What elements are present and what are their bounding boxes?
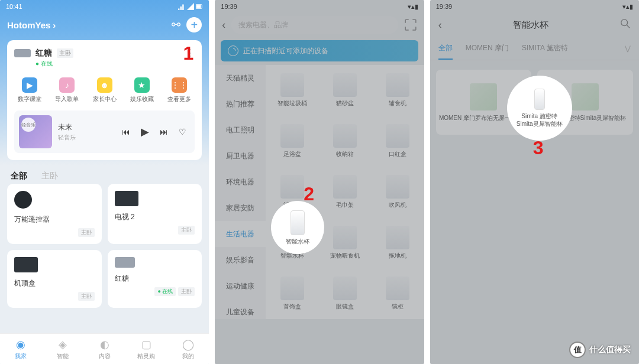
speaker-card[interactable]: 红糖 主卧 ⋮ 在线 ▶数字课堂♪导入歌单☻家长中心★娱乐收藏⋮⋮查看更多 轻音… bbox=[7, 40, 202, 160]
product-item[interactable]: 眼镜盒 bbox=[318, 268, 371, 319]
nav-item[interactable]: ▢精灵购 bbox=[125, 334, 167, 364]
product-item[interactable]: 吹风机 bbox=[372, 167, 424, 217]
device-icon bbox=[14, 191, 32, 209]
status-time: 19:39 bbox=[221, 3, 237, 10]
device-icon bbox=[115, 191, 138, 206]
home-name[interactable]: HotomYes› bbox=[7, 20, 56, 30]
category-item[interactable]: 生活电器 bbox=[215, 221, 266, 247]
app-shortcut[interactable]: ♪导入歌单 bbox=[51, 77, 82, 103]
next-icon[interactable]: ⏭ bbox=[160, 127, 168, 136]
scan-icon[interactable]: ⚯ bbox=[172, 18, 180, 31]
device-card[interactable]: 电视 2主卧 bbox=[108, 184, 202, 244]
app-shortcut[interactable]: ☻家长中心 bbox=[89, 77, 120, 103]
product-item[interactable]: 毛巾架 bbox=[318, 167, 371, 217]
speaker-status: 在线 bbox=[36, 60, 195, 68]
product-item[interactable]: 智能垃圾桶 bbox=[266, 65, 318, 116]
status-bar: 19:39 ▾▴▮ bbox=[215, 0, 424, 13]
watermark-badge-icon: 值 bbox=[569, 342, 586, 358]
category-item[interactable]: 儿童设备 bbox=[215, 299, 266, 319]
speaker-name: 红糖 bbox=[36, 48, 52, 58]
category-item[interactable]: 电工照明 bbox=[215, 117, 266, 143]
product-icon bbox=[333, 175, 357, 199]
cup-icon bbox=[534, 89, 545, 110]
radar-icon bbox=[228, 46, 238, 56]
phone2-categories: 19:39 ▾▴▮ ‹ 搜索电器、品牌 正在扫描附近可添加的设备 天猫精灵热门推… bbox=[215, 0, 424, 364]
song-name: 未来 bbox=[58, 122, 122, 132]
category-item[interactable]: 家居安防 bbox=[215, 195, 266, 221]
status-time: 10:41 bbox=[6, 3, 22, 10]
category-item[interactable]: 运动健康 bbox=[215, 273, 266, 299]
device-grid: 万能遥控器主卧电视 2主卧机顶盒主卧红糖● 在线主卧 bbox=[0, 184, 209, 308]
back-icon[interactable]: ‹ bbox=[438, 19, 442, 31]
tab-room[interactable]: 主卧 bbox=[41, 171, 58, 181]
status-icons: ▾▴▮ bbox=[408, 3, 418, 11]
search-input[interactable]: 搜索电器、品牌 bbox=[231, 16, 398, 34]
product-icon bbox=[280, 73, 304, 97]
spotlight-label: Simita 施密特Simita灵犀智能杯 bbox=[517, 112, 563, 128]
device-card[interactable]: 机顶盒主卧 bbox=[7, 250, 102, 308]
dropdown-icon[interactable]: ⋁ bbox=[625, 44, 631, 53]
svg-rect-1 bbox=[196, 5, 201, 8]
play-icon[interactable]: ▶ bbox=[141, 125, 149, 138]
app-shortcut[interactable]: ▶数字课堂 bbox=[14, 77, 45, 103]
brand-tab[interactable]: MOMEN 摩门 bbox=[466, 43, 509, 53]
product-icon bbox=[280, 175, 304, 199]
category-item[interactable]: 环境电器 bbox=[215, 169, 266, 195]
status-bar: 19:39 ▾▴▮ bbox=[430, 0, 639, 13]
brand-tab[interactable]: 全部 bbox=[438, 43, 453, 53]
app-shortcut[interactable]: ⋮⋮查看更多 bbox=[164, 77, 195, 103]
speaker-icon bbox=[14, 49, 31, 57]
app-header: HotomYes› ⚯ + bbox=[0, 13, 209, 37]
nav-item[interactable]: ◉我家 bbox=[0, 334, 42, 364]
device-card[interactable]: 万能遥控器主卧 bbox=[7, 184, 102, 244]
device-card[interactable]: 红糖● 在线主卧 bbox=[108, 250, 202, 308]
tab-all[interactable]: 全部 bbox=[11, 171, 27, 181]
product-image bbox=[572, 83, 599, 110]
back-icon[interactable]: ‹ bbox=[222, 19, 225, 31]
product-icon bbox=[386, 124, 409, 148]
chevron-right-icon: › bbox=[53, 20, 56, 30]
device-icon bbox=[115, 257, 135, 268]
product-item[interactable]: 宠物喂食机 bbox=[318, 217, 371, 268]
heart-icon[interactable]: ♡ bbox=[179, 127, 186, 136]
product-item[interactable]: 辅食机 bbox=[372, 65, 424, 116]
brand-tabs: 全部MOMEN 摩门SIMITA 施密特⋁ bbox=[430, 37, 639, 60]
nav-item[interactable]: ◐内容 bbox=[83, 334, 125, 364]
nav-item[interactable]: ◯我的 bbox=[167, 334, 209, 364]
artist-name: 轻音乐 bbox=[58, 134, 122, 142]
spotlight-smart-cup[interactable]: 智能水杯 bbox=[271, 201, 324, 254]
product-item[interactable]: 口红盒 bbox=[372, 116, 424, 167]
product-icon bbox=[333, 73, 357, 97]
music-player[interactable]: 轻音乐 未来 轻音乐 ⏮ ▶ ⏭ ♡ bbox=[14, 110, 195, 153]
product-item[interactable]: 猫砂盆 bbox=[318, 65, 371, 116]
product-icon bbox=[333, 124, 357, 148]
page-title: 智能水杯 bbox=[513, 20, 548, 31]
product-icon bbox=[386, 73, 409, 97]
scan-banner[interactable]: 正在扫描附近可添加的设备 bbox=[221, 40, 418, 61]
category-item[interactable]: 热门推荐 bbox=[215, 91, 266, 117]
product-icon bbox=[280, 277, 304, 300]
qr-scan-icon[interactable] bbox=[404, 18, 417, 31]
product-item[interactable]: 镜柜 bbox=[372, 268, 424, 319]
cup-icon bbox=[291, 210, 305, 235]
prev-icon[interactable]: ⏮ bbox=[122, 127, 130, 136]
search-header: ‹ 搜索电器、品牌 bbox=[215, 13, 424, 37]
app-shortcut[interactable]: ★娱乐收藏 bbox=[127, 77, 157, 103]
brand-tab[interactable]: SIMITA 施密特 bbox=[522, 43, 568, 53]
annotation-1: 1 bbox=[183, 43, 194, 64]
add-button[interactable]: + bbox=[186, 17, 202, 32]
category-item[interactable]: 娱乐影音 bbox=[215, 247, 266, 273]
room-tabs: 全部 主卧 bbox=[0, 164, 209, 184]
spotlight-simita[interactable]: Simita 施密特Simita灵犀智能杯 bbox=[507, 76, 572, 141]
category-item[interactable]: 天猫精灵 bbox=[215, 65, 266, 91]
nav-item[interactable]: ◈智能 bbox=[42, 334, 84, 364]
product-item[interactable]: 足浴盆 bbox=[266, 116, 318, 167]
product-item[interactable]: 首饰盒 bbox=[266, 268, 318, 319]
category-item[interactable]: 厨卫电器 bbox=[215, 143, 266, 169]
search-icon[interactable] bbox=[620, 18, 631, 31]
product-icon bbox=[386, 175, 409, 199]
product-item[interactable]: 收纳箱 bbox=[318, 116, 371, 167]
watermark: 值 什么值得买 bbox=[569, 342, 631, 358]
product-icon bbox=[333, 277, 357, 300]
product-item[interactable]: 拖地机 bbox=[372, 217, 424, 268]
